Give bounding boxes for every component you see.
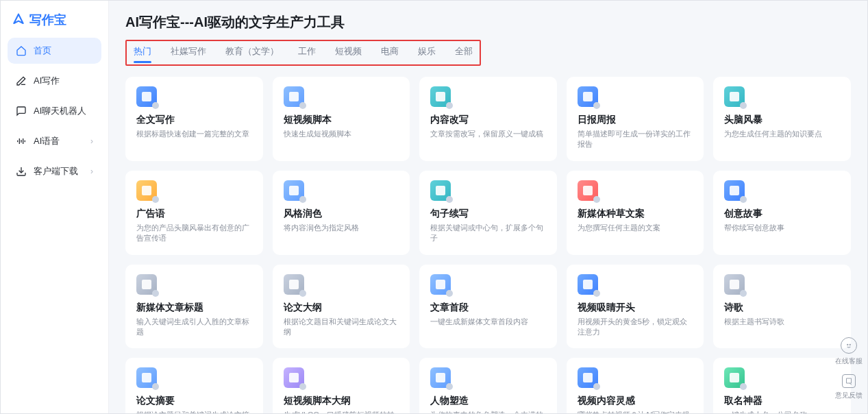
template-title: 新媒体文章标题 [136,302,252,314]
smile-icon [841,337,857,354]
svg-point-0 [847,344,848,345]
template-title: 新媒体种草文案 [578,208,693,220]
template-desc: 简单描述即可生成一份详实的工作报告 [578,129,693,150]
template-desc: 一键生成新媒体文章首段内容 [430,317,546,327]
template-card-14[interactable]: 诗歌根据主题书写诗歌 [713,265,851,349]
template-desc: 根据主题书写诗歌 [724,317,840,327]
chevron-right-icon: › [90,136,93,146]
template-desc: 根据论文题目和关键词生成论文摘要 [136,410,252,413]
template-icon [430,180,451,201]
template-title: 短视频脚本 [284,114,399,126]
template-card-6[interactable]: 风格润色将内容润色为指定风格 [273,171,410,255]
template-desc: 为你故事中的角色塑造一个丰满的人物形象 [430,410,546,413]
template-desc: 输入关键词生成引人入胜的文章标题 [136,317,252,338]
feedback-label: 意见反馈 [835,391,863,400]
template-card-15[interactable]: 论文摘要根据论文题目和关键词生成论文摘要 [125,358,263,413]
template-desc: 帮你续写创意故事 [724,223,840,233]
template-icon [136,274,157,295]
template-title: 视频吸睛开头 [578,302,693,314]
template-title: 论文摘要 [136,395,252,407]
template-card-19[interactable]: 取名神器一键生成人名、公司名称 [713,358,851,413]
template-card-8[interactable]: 新媒体种草文案为您撰写任何主题的文案 [567,171,704,255]
chevron-right-icon: › [90,167,93,176]
sidebar-item-4[interactable]: 客户端下载› [8,158,101,184]
customer-service-label: 在线客服 [835,356,863,366]
template-title: 广告语 [136,208,252,220]
sidebar-item-1[interactable]: AI写作 [8,68,101,94]
template-icon [430,86,451,107]
template-desc: 用视频开头的黄金5秒，锁定观众注意力 [578,317,693,338]
template-icon [724,180,745,201]
template-card-13[interactable]: 视频吸睛开头用视频开头的黄金5秒，锁定观众注意力 [567,265,704,349]
main-content: AI写作宝---AI驱动的文字生产力工具 热门社媒写作教育（文学）工作短视频电商… [109,1,867,413]
template-icon [724,86,745,107]
tab-7[interactable]: 全部 [455,45,473,62]
tab-3[interactable]: 工作 [298,45,316,62]
template-desc: 文章按需改写，保留原义一键成稿 [430,129,546,139]
template-desc: 根据论文题目和关键词生成论文大纲 [284,317,399,338]
template-card-3[interactable]: 日报周报简单描述即可生成一份详实的工作报告 [567,77,704,161]
tab-6[interactable]: 娱乐 [418,45,436,62]
sidebar-item-0[interactable]: 首页 [8,38,101,64]
sidebar: 写作宝 首页AI写作AI聊天机器人AI语音›客户端下载› [1,1,109,413]
template-card-4[interactable]: 头脑风暴为您生成任何主题的知识要点 [713,77,851,161]
template-title: 取名神器 [724,395,840,407]
template-card-0[interactable]: 全文写作根据标题快速创建一篇完整的文章 [125,77,263,161]
sidebar-item-2[interactable]: AI聊天机器人 [8,98,101,124]
template-icon [578,180,598,201]
template-card-1[interactable]: 短视频脚本快速生成短视频脚本 [273,77,410,161]
template-icon [724,367,745,388]
template-title: 全文写作 [136,114,252,126]
template-desc: 为您生成任何主题的知识要点 [724,129,840,139]
tab-0[interactable]: 热门 [134,45,151,62]
template-card-16[interactable]: 短视频脚本大纲生成VLOG、口播稿等短视频的拍摄大纲 [273,358,410,413]
sidebar-item-label: AI写作 [34,75,60,87]
template-icon [578,86,598,107]
template-desc: 为您的产品头脑风暴出有创意的广告宣传语 [136,223,252,244]
template-desc: 根据标题快速创建一篇完整的文章 [136,129,252,139]
sidebar-item-3[interactable]: AI语音› [8,128,101,154]
template-card-12[interactable]: 文章首段一键生成新媒体文章首段内容 [419,265,557,349]
tab-4[interactable]: 短视频 [335,45,362,62]
templates-grid: 全文写作根据标题快速创建一篇完整的文章短视频脚本快速生成短视频脚本内容改写文章按… [125,77,851,413]
template-title: 诗歌 [724,302,840,314]
template-card-2[interactable]: 内容改写文章按需改写，保留原义一键成稿 [419,77,557,161]
customer-service-button[interactable]: 在线客服 [836,337,861,366]
template-title: 论文大纲 [284,302,399,314]
brand-logo-icon [12,13,25,27]
template-card-5[interactable]: 广告语为您的产品头脑风暴出有创意的广告宣传语 [125,171,263,255]
sidebar-item-label: AI语音 [34,135,60,147]
home-icon [16,45,27,56]
brand-logo[interactable]: 写作宝 [8,9,101,38]
tab-1[interactable]: 社媒写作 [171,45,206,62]
template-card-10[interactable]: 新媒体文章标题输入关键词生成引人入胜的文章标题 [125,265,263,349]
template-card-11[interactable]: 论文大纲根据论文题目和关键词生成论文大纲 [273,265,410,349]
template-desc: 生成VLOG、口播稿等短视频的拍摄大纲 [284,410,399,413]
sidebar-item-label: 客户端下载 [34,165,78,178]
audio-icon [16,136,27,147]
template-title: 文章首段 [430,302,546,314]
feedback-button[interactable]: 意见反馈 [836,374,861,400]
feedback-icon [842,374,856,388]
template-icon [430,367,451,388]
template-title: 短视频脚本大纲 [284,395,399,407]
template-card-7[interactable]: 句子续写根据关键词或中心句，扩展多个句子 [419,171,557,255]
template-icon [284,180,304,201]
template-title: 日报周报 [578,114,693,126]
floating-tools: 在线客服 意见反馈 [836,337,861,400]
template-card-9[interactable]: 创意故事帮你续写创意故事 [713,171,851,255]
template-icon [430,274,451,295]
template-icon [578,274,598,295]
tab-2[interactable]: 教育（文学） [225,45,279,62]
template-icon [284,367,304,388]
template-title: 内容改写 [430,114,546,126]
template-card-17[interactable]: 人物塑造为你故事中的角色塑造一个丰满的人物形象 [419,358,557,413]
template-icon [136,367,157,388]
brand-name: 写作宝 [29,12,66,28]
tab-5[interactable]: 电商 [381,45,399,62]
sidebar-item-label: AI聊天机器人 [34,105,86,117]
template-title: 风格润色 [284,208,399,220]
download-icon [16,166,27,177]
category-tabs-box: 热门社媒写作教育（文学）工作短视频电商娱乐全部 [125,40,481,66]
template-card-18[interactable]: 视频内容灵感哪些热点拍视频？让AI写作宝来提供灵感 [567,358,704,413]
